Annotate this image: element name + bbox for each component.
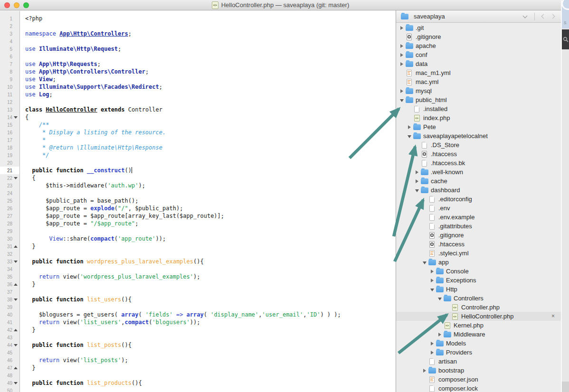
code-line[interactable]: use Illuminate\Http\Request;	[25, 45, 396, 53]
code-line[interactable]	[25, 159, 396, 167]
tree-item-public-html[interactable]: public_html	[396, 95, 561, 104]
code-line[interactable]: public function wordpress_plus_laravel_e…	[25, 258, 396, 265]
tree-item-dashboard[interactable]: dashboard	[396, 186, 561, 195]
project-folder-name[interactable]: saveaplaya	[414, 13, 445, 20]
code-line[interactable]: <?php	[25, 15, 396, 22]
code-line[interactable]: $app_route = "/$app_route";	[25, 220, 396, 227]
code-line[interactable]: return view('list_users',compact('blogus…	[25, 318, 396, 326]
fold-end-icon[interactable]	[14, 283, 18, 286]
folder-dropdown-button[interactable]	[521, 15, 530, 19]
code-line[interactable]	[25, 372, 396, 379]
code-line[interactable]: public function list_posts(){	[25, 341, 396, 349]
disclosure-triangle[interactable]	[400, 53, 403, 57]
tree-item-composer-lock[interactable]: composer.lock	[396, 384, 561, 392]
tree-item-console[interactable]: Console	[396, 267, 561, 276]
disclosure-triangle[interactable]	[415, 189, 419, 192]
code-line[interactable]: View::share(compact('app_route'));	[25, 235, 396, 243]
tree-item--htaccess-bk[interactable]: .htaccess.bk	[396, 159, 561, 168]
tree-item-data[interactable]: data	[396, 59, 561, 68]
code-line[interactable]	[25, 349, 396, 356]
tree-item-app[interactable]: app	[396, 258, 561, 267]
code-line[interactable]: * Display a listing of the resource.	[25, 129, 396, 136]
code-line[interactable]: $public_path = base_path();	[25, 197, 396, 205]
tree-item-http[interactable]: Http	[396, 285, 561, 294]
disclosure-triangle[interactable]	[423, 369, 426, 373]
code-line[interactable]: *	[25, 136, 396, 144]
code-line[interactable]: public function __construct()	[25, 167, 396, 174]
code-line[interactable]: namespace App\Http\Controllers;	[25, 30, 396, 37]
tree-item-index-php[interactable]: <>index.php	[396, 113, 561, 122]
tree-item--gitattributes[interactable]: .gitattributes	[396, 222, 561, 231]
fold-start-icon[interactable]	[14, 299, 18, 301]
tree-item--gitignore[interactable]: .gitignore	[396, 231, 561, 240]
tree-item-mac-m1-yml[interactable]: mac_m1.yml	[396, 68, 561, 77]
disclosure-triangle[interactable]	[431, 351, 434, 355]
tree-item-apache[interactable]: apache	[396, 41, 561, 50]
fold-start-icon[interactable]	[14, 116, 18, 119]
tree-item-providers[interactable]: Providers	[396, 348, 561, 357]
tree-item--git[interactable]: .git	[396, 23, 561, 32]
fold-start-icon[interactable]	[14, 177, 18, 179]
minimize-button[interactable]	[14, 2, 19, 8]
close-button[interactable]	[4, 2, 10, 8]
disclosure-triangle[interactable]	[400, 89, 403, 93]
code-line[interactable]	[25, 53, 396, 60]
code-line[interactable]: return view('list_posts');	[25, 356, 396, 364]
code-line[interactable]: */	[25, 151, 396, 159]
tree-item-artisan[interactable]: artisan	[396, 357, 561, 366]
tree-item-controllers[interactable]: Controllers	[396, 294, 561, 303]
tree-item-cache[interactable]: cache	[396, 177, 561, 186]
tree-item-controller-php[interactable]: <>Controller.php	[396, 303, 561, 312]
tree-item-saveaplayapetelocalnet[interactable]: saveaplayapetelocalnet	[396, 131, 561, 140]
code-line[interactable]: /**	[25, 121, 396, 129]
tree-item-bootstrap[interactable]: bootstrap	[396, 366, 561, 375]
code-line[interactable]: }	[25, 280, 396, 288]
disclosure-triangle[interactable]	[423, 261, 427, 264]
fold-start-icon[interactable]	[14, 382, 18, 384]
tree-item--gitignore[interactable]: .gitignore	[396, 32, 561, 41]
tree-item--installed[interactable]: .installed	[396, 104, 561, 113]
fold-end-icon[interactable]	[14, 329, 18, 331]
close-file-icon[interactable]: ×	[551, 313, 555, 319]
code-line[interactable]	[25, 387, 396, 392]
tree-item--editorconfig[interactable]: .editorconfig	[396, 195, 561, 204]
disclosure-triangle[interactable]	[431, 342, 434, 345]
tree-item-conf[interactable]: conf	[396, 50, 561, 59]
tree-item--well-known[interactable]: .well-known	[396, 168, 561, 177]
code-line[interactable]: }	[25, 243, 396, 250]
disclosure-triangle[interactable]	[431, 279, 434, 282]
fold-end-icon[interactable]	[14, 367, 18, 369]
code-line[interactable]: use View;	[25, 75, 396, 83]
disclosure-triangle[interactable]	[416, 170, 418, 174]
tree-item--env-example[interactable]: .env.example	[396, 213, 561, 222]
tree-item--htaccess[interactable]: .htaccess	[396, 149, 561, 159]
code-line[interactable]	[25, 334, 396, 341]
code-line[interactable]: }	[25, 364, 396, 372]
code-line[interactable]: use Log;	[25, 91, 396, 98]
tree-item-mac-yml[interactable]: mac.yml	[396, 77, 561, 86]
tree-item-composer-json[interactable]: composer.json	[396, 375, 561, 384]
code-line[interactable]: use App\Http\Controllers\Controller;	[25, 68, 396, 75]
disclosure-triangle[interactable]	[438, 333, 441, 336]
fold-end-icon[interactable]	[14, 245, 18, 248]
zoom-button[interactable]	[23, 2, 29, 8]
disclosure-triangle[interactable]	[400, 44, 403, 48]
disclosure-triangle[interactable]	[400, 26, 403, 30]
tree-item--htaccess[interactable]: .htaccess	[396, 240, 561, 249]
code-line[interactable]: }	[25, 326, 396, 334]
code-line[interactable]	[25, 250, 396, 258]
code-line[interactable]	[25, 288, 396, 296]
code-line[interactable]: use App\Http\Requests;	[25, 60, 396, 68]
code-line[interactable]	[25, 189, 396, 197]
tree-item-mysql[interactable]: mysql	[396, 86, 561, 95]
tree-item-kernel-php[interactable]: <>Kernel.php	[396, 321, 561, 330]
code-line[interactable]: class HelloController extends Controller	[25, 106, 396, 113]
disclosure-triangle[interactable]	[416, 179, 418, 183]
code-line[interactable]	[25, 37, 396, 45]
code-line[interactable]	[25, 265, 396, 273]
disclosure-triangle[interactable]	[430, 289, 434, 291]
disclosure-triangle[interactable]	[438, 298, 442, 300]
tree-item-exceptions[interactable]: Exceptions	[396, 276, 561, 285]
fold-start-icon[interactable]	[14, 344, 18, 346]
disclosure-triangle[interactable]	[408, 125, 411, 129]
